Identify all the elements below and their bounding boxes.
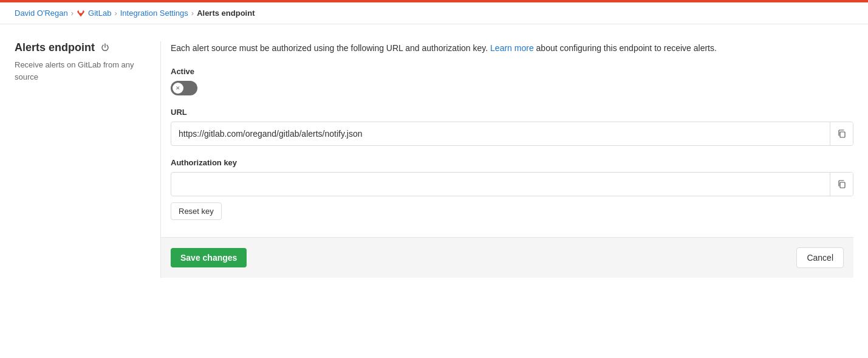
breadcrumb-sep-2: › [114,9,117,18]
learn-more-link[interactable]: Learn more [490,43,534,53]
toggle[interactable]: ✕ [171,81,197,95]
url-copy-button[interactable] [830,122,853,145]
breadcrumb-current: Alerts endpoint [197,9,255,18]
breadcrumb-sep-1: › [71,9,73,18]
reset-key-button[interactable]: Reset key [171,202,222,220]
copy-icon [837,129,847,139]
sidebar-title-text: Alerts endpoint [15,41,95,54]
sidebar-subtitle: Receive alerts on GitLab from any source [15,59,141,83]
actions-bar: Save changes Cancel [161,237,853,278]
main-layout: Alerts endpoint Receive alerts on GitLab… [0,24,868,278]
url-input-wrapper [171,122,853,146]
save-button[interactable]: Save changes [171,248,247,267]
description-text: Each alert source must be authorized usi… [171,41,853,55]
content-area: Each alert source must be authorized usi… [160,41,853,278]
svg-rect-1 [840,182,845,188]
auth-key-input[interactable] [171,174,830,194]
sidebar-title: Alerts endpoint [15,41,141,54]
active-label: Active [171,67,853,76]
breadcrumb-user[interactable]: David O'Regan [15,9,68,18]
auth-key-field: Authorization key Reset key [171,158,853,220]
svg-rect-0 [840,132,845,137]
breadcrumb-gitlab[interactable]: GitLab [88,9,111,18]
copy-icon-2 [837,179,847,189]
gitlab-icon [77,9,85,18]
breadcrumb: David O'Regan › GitLab › Integration Set… [0,2,868,24]
auth-key-input-wrapper [171,172,853,196]
active-field: Active ✕ [171,67,853,95]
url-label: URL [171,108,853,117]
breadcrumb-sep-3: › [191,9,194,18]
sidebar: Alerts endpoint Receive alerts on GitLab… [15,41,160,278]
cancel-button[interactable]: Cancel [796,247,844,268]
auth-key-copy-button[interactable] [830,173,853,196]
auth-key-label: Authorization key [171,158,853,167]
url-input[interactable] [171,124,830,143]
url-field: URL [171,108,853,146]
power-icon [100,43,111,53]
breadcrumb-integration-settings[interactable]: Integration Settings [120,9,188,18]
